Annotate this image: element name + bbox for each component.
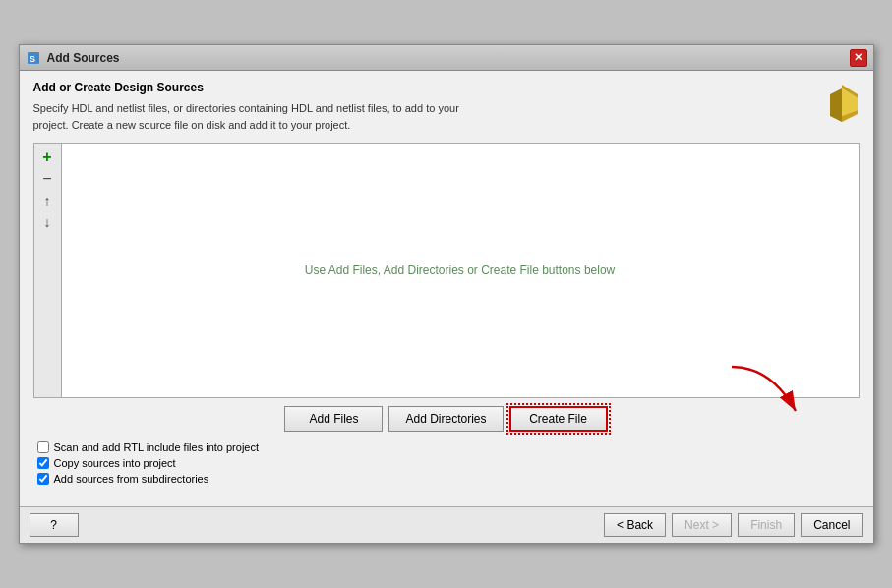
empty-hint: Use Add Files, Add Directories or Create… — [305, 264, 615, 277]
checkboxes: Scan and add RTL include files into proj… — [37, 441, 860, 485]
add-sources-window: S Add Sources ✕ Add or Create Design Sou… — [19, 44, 874, 544]
button-area: Add Files Add Directories Create File — [33, 406, 860, 441]
file-toolbar: + − ↑ ↓ — [34, 144, 62, 397]
create-file-button[interactable]: Create File — [509, 406, 608, 432]
header-row: Add or Create Design Sources Specify HDL… — [33, 81, 860, 143]
footer-left: ? — [30, 513, 79, 537]
add-subdirs-checkbox[interactable] — [37, 473, 49, 485]
scan-rtl-row: Scan and add RTL include files into proj… — [37, 441, 860, 453]
add-item-button[interactable]: + — [37, 147, 57, 167]
scan-rtl-label: Scan and add RTL include files into proj… — [54, 441, 260, 453]
remove-item-button[interactable]: − — [37, 169, 57, 189]
header-text: Add or Create Design Sources Specify HDL… — [33, 81, 459, 143]
footer: ? < Back Next > Finish Cancel — [20, 506, 873, 543]
content-area: Add or Create Design Sources Specify HDL… — [20, 71, 873, 506]
add-directories-button[interactable]: Add Directories — [388, 406, 503, 432]
svg-marker-6 — [830, 88, 842, 122]
finish-button[interactable]: Finish — [738, 513, 795, 537]
section-title: Add or Create Design Sources — [33, 81, 459, 94]
help-button[interactable]: ? — [30, 513, 79, 537]
window-title: Add Sources — [47, 51, 120, 65]
window-icon: S — [26, 50, 41, 66]
file-list-area: + − ↑ ↓ Use Add Files, Add Directories o… — [33, 143, 860, 398]
cancel-button[interactable]: Cancel — [801, 513, 862, 537]
copy-sources-row: Copy sources into project — [37, 457, 860, 469]
svg-text:S: S — [30, 54, 35, 64]
logo — [820, 81, 860, 120]
move-up-button[interactable]: ↑ — [37, 191, 57, 210]
file-list-wrapper: + − ↑ ↓ Use Add Files, Add Directories o… — [33, 143, 860, 406]
next-button[interactable]: Next > — [672, 513, 732, 537]
add-files-button[interactable]: Add Files — [284, 406, 383, 432]
title-bar: S Add Sources ✕ — [20, 45, 873, 71]
scan-rtl-checkbox[interactable] — [37, 441, 49, 453]
add-subdirs-row: Add sources from subdirectories — [37, 473, 860, 485]
description: Specify HDL and netlist files, or direct… — [33, 100, 459, 133]
add-subdirs-label: Add sources from subdirectories — [54, 473, 209, 485]
file-list-content: Use Add Files, Add Directories or Create… — [62, 144, 859, 397]
copy-sources-label: Copy sources into project — [54, 457, 176, 469]
button-row: Add Files Add Directories Create File — [33, 406, 860, 432]
move-down-button[interactable]: ↓ — [37, 212, 57, 232]
footer-right: < Back Next > Finish Cancel — [604, 513, 862, 537]
close-button[interactable]: ✕ — [850, 49, 867, 67]
back-button[interactable]: < Back — [604, 513, 666, 537]
title-bar-left: S Add Sources — [26, 50, 120, 66]
copy-sources-checkbox[interactable] — [37, 457, 49, 469]
